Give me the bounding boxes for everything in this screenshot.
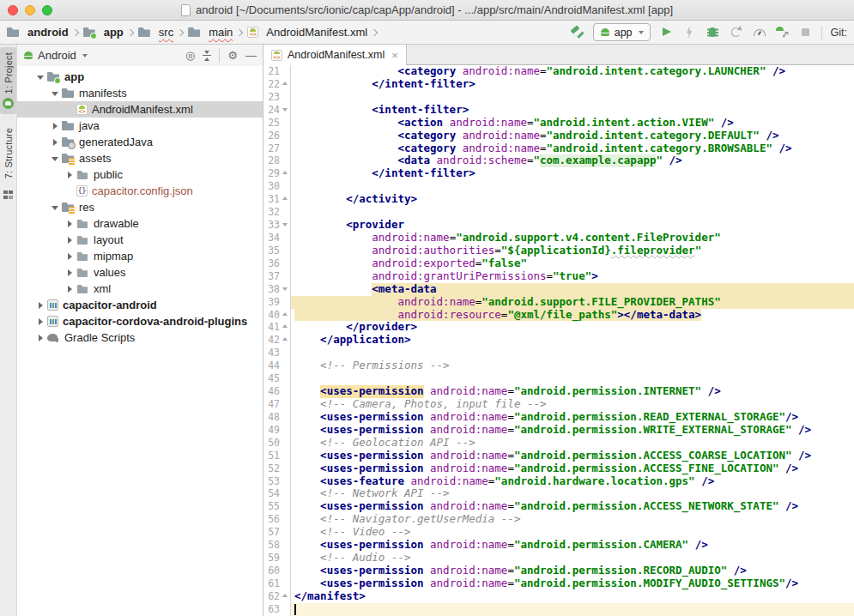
code-line-44[interactable]: 44 <!-- Permissions --> [263, 359, 854, 372]
breadcrumb-item-AndroidManifest.xml[interactable]: AndroidManifest.xml [247, 26, 367, 39]
debug-icon[interactable] [706, 25, 720, 39]
tree-item-capacitor-cordova-android-plugins[interactable]: capacitor-cordova-android-plugins [17, 313, 263, 329]
code-line-47[interactable]: 47 <!-- Camera, Photos, input file --> [263, 398, 854, 411]
editor-code[interactable]: 21 <category android:name="android.inten… [263, 65, 854, 616]
hide-panel-icon[interactable]: — [245, 50, 257, 61]
code-line-59[interactable]: 59 <!-- Audio --> [263, 552, 854, 565]
code-line-25[interactable]: 25 <action android:name="android.intent.… [263, 117, 854, 130]
tree-collapsed-arrow-icon[interactable] [34, 317, 47, 326]
tree-item-public[interactable]: public [17, 166, 263, 183]
tree-collapsed-arrow-icon[interactable] [34, 334, 47, 342]
fold-marker-icon[interactable] [280, 167, 291, 180]
tree-expanded-arrow-icon[interactable] [49, 203, 62, 212]
code-line-36[interactable]: 36 android:exported="false" [263, 257, 854, 270]
tab-androidmanifest[interactable]: AndroidManifest.xml × [263, 45, 407, 65]
fold-marker-icon[interactable] [280, 219, 291, 232]
tree-collapsed-arrow-icon[interactable] [34, 301, 47, 310]
fold-marker-icon[interactable] [280, 283, 291, 296]
tree-expanded-arrow-icon[interactable] [34, 73, 47, 82]
code-line-61[interactable]: 61 <uses-permission android:name="androi… [263, 577, 854, 590]
code-line-31[interactable]: 31 </activity> [263, 193, 854, 206]
tool-button-project[interactable]: 1: Project [0, 47, 16, 114]
code-line-37[interactable]: 37 android:grantUriPermissions="true"> [263, 270, 854, 283]
tree-item-java[interactable]: java [17, 118, 263, 134]
code-line-28[interactable]: 28 <data android:scheme="com.example.cap… [263, 154, 854, 167]
code-line-62[interactable]: 62</manifest> [263, 590, 854, 603]
breadcrumb-item-android[interactable]: android [7, 26, 69, 39]
build-hammer-icon[interactable] [570, 25, 584, 39]
code-line-52[interactable]: 52 <uses-permission android:name="androi… [263, 462, 854, 475]
tree-item-capacitor-android[interactable]: capacitor-android [17, 297, 263, 313]
fold-marker-icon[interactable] [280, 104, 291, 117]
tree-collapsed-arrow-icon[interactable] [49, 122, 62, 130]
tree-item-manifests[interactable]: manifests [17, 85, 263, 101]
fold-marker-icon[interactable] [280, 321, 291, 334]
collapse-all-icon[interactable] [203, 51, 211, 61]
code-line-49[interactable]: 49 <uses-permission android:name="androi… [263, 424, 854, 437]
code-line-21[interactable]: 21 <category android:name="android.inten… [263, 65, 854, 78]
code-line-23[interactable]: 23 [263, 91, 854, 104]
run-icon[interactable] [659, 25, 674, 39]
code-line-56[interactable]: 56 <!-- Navigator.getUserMedia --> [263, 513, 854, 526]
code-line-51[interactable]: 51 <uses-permission android:name="androi… [263, 450, 854, 462]
tree-collapsed-arrow-icon[interactable] [64, 285, 76, 293]
code-line-26[interactable]: 26 <category android:name="android.inten… [263, 130, 854, 142]
run-configuration-dropdown[interactable]: app [593, 23, 651, 41]
tree-item-AndroidManifest.xml[interactable]: AndroidManifest.xml [17, 101, 263, 118]
tree-expanded-arrow-icon[interactable] [49, 89, 62, 98]
code-line-58[interactable]: 58 <uses-permission android:name="androi… [263, 539, 854, 552]
zoom-window-button[interactable] [42, 5, 52, 15]
tree-item-generatedJava[interactable]: generatedJava [17, 134, 263, 150]
tree-item-capacitor.config.json[interactable]: capacitor.config.json [17, 183, 263, 199]
code-line-55[interactable]: 55 <uses-permission android:name="androi… [263, 500, 854, 513]
project-view-selector[interactable]: Android [38, 49, 76, 62]
code-line-29[interactable]: 29 </intent-filter> [263, 167, 854, 180]
close-window-button[interactable] [8, 5, 18, 15]
profiler-icon[interactable] [752, 25, 766, 39]
code-line-48[interactable]: 48 <uses-permission android:name="androi… [263, 411, 854, 424]
chevron-down-icon[interactable] [82, 54, 88, 57]
code-line-39[interactable]: 39 android:name="android.support.FILE_PR… [263, 296, 854, 309]
code-line-41[interactable]: 41 </provider> [263, 321, 854, 334]
code-line-34[interactable]: 34 android:name="android.support.v4.cont… [263, 232, 854, 245]
code-line-22[interactable]: 22 </intent-filter> [263, 78, 854, 91]
code-line-57[interactable]: 57 <!-- Video --> [263, 526, 854, 539]
code-line-42[interactable]: 42 </application> [263, 334, 854, 347]
tree-expanded-arrow-icon[interactable] [49, 154, 62, 163]
tree-item-Gradle Scripts[interactable]: Gradle Scripts [17, 329, 263, 346]
fold-marker-icon[interactable] [280, 309, 291, 322]
code-line-27[interactable]: 27 <category android:name="android.inten… [263, 142, 854, 155]
close-tab-icon[interactable]: × [391, 50, 398, 61]
code-line-60[interactable]: 60 <uses-permission android:name="androi… [263, 565, 854, 577]
tree-item-mipmap[interactable]: mipmap [17, 248, 263, 264]
code-line-38[interactable]: 38 <meta-data [263, 283, 854, 296]
code-line-63[interactable]: 63 [263, 603, 854, 616]
fold-marker-icon[interactable] [280, 334, 291, 347]
tree-item-drawable[interactable]: drawable [17, 215, 263, 232]
tool-button-structure[interactable]: 7: Structure [0, 123, 16, 204]
code-line-45[interactable]: 45 [263, 372, 854, 385]
breadcrumb-item-main[interactable]: main [188, 26, 233, 39]
fold-marker-icon[interactable] [280, 78, 291, 91]
tree-collapsed-arrow-icon[interactable] [64, 269, 76, 277]
code-line-54[interactable]: 54 <!-- Network API --> [263, 487, 854, 500]
tree-collapsed-arrow-icon[interactable] [49, 138, 62, 147]
code-line-46[interactable]: 46 <uses-permission android:name="androi… [263, 385, 854, 398]
minimize-window-button[interactable] [25, 5, 35, 15]
locate-file-icon[interactable]: ◎ [185, 50, 195, 61]
build-variants-icon[interactable] [3, 190, 13, 200]
code-line-40[interactable]: 40 android:resource="@xml/file_paths"></… [263, 309, 854, 322]
tree-item-layout[interactable]: layout [17, 232, 263, 248]
code-line-24[interactable]: 24 <intent-filter> [263, 104, 854, 117]
tree-collapsed-arrow-icon[interactable] [64, 171, 76, 179]
code-line-35[interactable]: 35 android:authorities="${applicationId}… [263, 245, 854, 257]
fold-marker-icon[interactable] [280, 590, 291, 603]
tree-collapsed-arrow-icon[interactable] [64, 236, 76, 245]
tree-item-values[interactable]: values [17, 264, 263, 281]
tree-item-app[interactable]: app [17, 69, 263, 85]
breadcrumb-item-src[interactable]: src [138, 26, 173, 39]
code-line-53[interactable]: 53 <uses-feature android:name="android.h… [263, 475, 854, 488]
tree-item-res[interactable]: res [17, 199, 263, 215]
code-line-50[interactable]: 50 <!-- Geolocation API --> [263, 437, 854, 450]
settings-gear-icon[interactable]: ⚙ [227, 50, 238, 61]
